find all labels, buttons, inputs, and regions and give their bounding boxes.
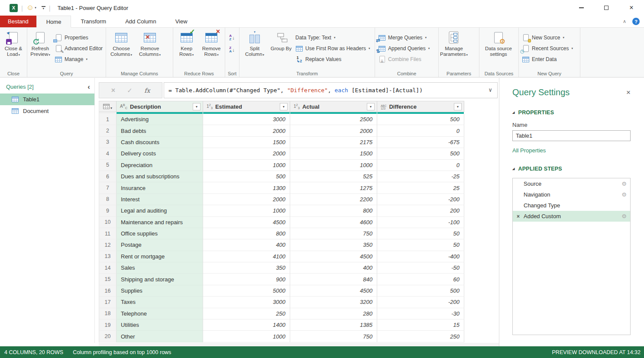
properties-button[interactable]: Properties bbox=[52, 32, 105, 43]
cell-description[interactable]: Bad debts bbox=[117, 125, 203, 136]
tab-bestand[interactable]: Bestand bbox=[0, 16, 36, 27]
cell-estimated[interactable]: 5000 bbox=[203, 285, 290, 297]
cell-description[interactable]: Sales bbox=[117, 262, 203, 274]
cell-actual[interactable]: 2000 bbox=[290, 125, 377, 136]
formula-cancel-icon[interactable]: × bbox=[111, 87, 115, 94]
row-number[interactable]: 6 bbox=[99, 171, 117, 182]
row-number[interactable]: 4 bbox=[99, 148, 117, 159]
cell-description[interactable]: Postage bbox=[117, 239, 203, 251]
close-panel-icon[interactable]: × bbox=[626, 88, 631, 97]
sort-ascending-button[interactable]: AZ ↓ bbox=[226, 32, 238, 43]
cell-estimated[interactable]: 1500 bbox=[203, 137, 290, 148]
cell-description[interactable]: Legal and auditing bbox=[117, 205, 203, 216]
cell-difference[interactable]: -50 bbox=[377, 262, 464, 274]
row-number[interactable]: 20 bbox=[99, 331, 117, 342]
cell-description[interactable]: Supplies bbox=[117, 285, 203, 297]
cell-description[interactable]: Utilities bbox=[117, 319, 203, 331]
row-number[interactable]: 13 bbox=[99, 251, 117, 262]
formula-check-icon[interactable]: ✓ bbox=[127, 87, 133, 94]
row-number[interactable]: 2 bbox=[99, 125, 117, 136]
filter-button-estimated[interactable]: ▼ bbox=[280, 103, 288, 110]
row-number[interactable]: 9 bbox=[99, 205, 117, 216]
cell-difference[interactable]: 250 bbox=[377, 331, 464, 342]
tab-view[interactable]: View bbox=[166, 16, 197, 27]
applied-step-added-custom[interactable]: ×Added Custom⚙ bbox=[513, 211, 630, 222]
status-profiling-info[interactable]: Column profiling based on top 1000 rows bbox=[73, 349, 171, 355]
cell-actual[interactable]: 1000 bbox=[290, 160, 377, 171]
recent-sources-button[interactable]: ◷ Recent Sources▾ bbox=[520, 43, 575, 54]
cell-estimated[interactable]: 2000 bbox=[203, 125, 290, 136]
cell-estimated[interactable]: 500 bbox=[203, 171, 290, 182]
row-number[interactable]: 15 bbox=[99, 274, 117, 285]
cell-description[interactable]: Depreciation bbox=[117, 160, 203, 171]
remove-columns-button[interactable]: × Remove Columns▾ bbox=[136, 29, 164, 58]
cell-difference[interactable]: -200 bbox=[377, 194, 464, 205]
cell-actual[interactable]: 750 bbox=[290, 228, 377, 239]
cell-estimated[interactable]: 900 bbox=[203, 274, 290, 285]
cell-description[interactable]: Office supplies bbox=[117, 228, 203, 239]
collapse-section-icon[interactable]: ◢ bbox=[512, 111, 515, 114]
cell-actual[interactable]: 4600 bbox=[290, 217, 377, 228]
cell-difference[interactable]: -25 bbox=[377, 171, 464, 182]
cell-estimated[interactable]: 800 bbox=[203, 228, 290, 239]
maximize-button[interactable] bbox=[594, 0, 619, 16]
advanced-editor-button[interactable]: ✎ Advanced Editor bbox=[52, 43, 105, 54]
enter-data-button[interactable]: Enter Data bbox=[520, 54, 575, 65]
row-number[interactable]: 8 bbox=[99, 194, 117, 205]
row-number[interactable]: 11 bbox=[99, 228, 117, 239]
cell-difference[interactable]: -675 bbox=[377, 137, 464, 148]
cell-actual[interactable]: 525 bbox=[290, 171, 377, 182]
horizontal-scrollbar[interactable] bbox=[99, 343, 499, 346]
row-number[interactable]: 1 bbox=[99, 114, 117, 125]
row-number[interactable]: 3 bbox=[99, 137, 117, 148]
row-number[interactable]: 16 bbox=[99, 285, 117, 297]
row-number[interactable]: 18 bbox=[99, 308, 117, 319]
row-number[interactable]: 10 bbox=[99, 217, 117, 228]
cell-description[interactable]: Taxes bbox=[117, 297, 203, 308]
column-header-description[interactable]: ABCDescription▼ bbox=[117, 101, 203, 112]
replace-values-button[interactable]: 1↳2 Replace Values bbox=[293, 54, 372, 65]
cell-description[interactable]: Shipping and storage bbox=[117, 274, 203, 285]
cell-actual[interactable]: 400 bbox=[290, 262, 377, 274]
tab-home[interactable]: Home bbox=[36, 16, 71, 28]
cell-actual[interactable]: 1500 bbox=[290, 148, 377, 159]
collapse-section-icon[interactable]: ◢ bbox=[512, 167, 515, 171]
cell-estimated[interactable]: 1300 bbox=[203, 182, 290, 194]
applied-step-navigation[interactable]: Navigation⚙ bbox=[513, 189, 630, 200]
gear-icon[interactable]: ⚙ bbox=[621, 181, 627, 187]
cell-actual[interactable]: 350 bbox=[290, 239, 377, 251]
cell-actual[interactable]: 3200 bbox=[290, 297, 377, 308]
cell-actual[interactable]: 840 bbox=[290, 274, 377, 285]
tab-transform[interactable]: Transform bbox=[71, 16, 116, 27]
formula-expand-chevron-icon[interactable]: ∨ bbox=[489, 87, 492, 93]
cell-estimated[interactable]: 1000 bbox=[203, 205, 290, 216]
cell-description[interactable]: Cash discounts bbox=[117, 137, 203, 148]
cell-estimated[interactable]: 400 bbox=[203, 239, 290, 251]
cell-actual[interactable]: 750 bbox=[290, 331, 377, 342]
cell-difference[interactable]: 50 bbox=[377, 228, 464, 239]
cell-description[interactable]: Other bbox=[117, 331, 203, 342]
cell-difference[interactable]: -100 bbox=[377, 217, 464, 228]
chevron-down-icon[interactable]: ▾ bbox=[35, 6, 36, 10]
manage-parameters-button[interactable]: Manage Parameters▾ bbox=[440, 29, 468, 58]
data-type-button[interactable]: Data Type: Text▾ bbox=[293, 32, 372, 43]
keep-rows-button[interactable]: ✓ Keep Rows▾ bbox=[175, 29, 198, 58]
cell-actual[interactable]: 4500 bbox=[290, 285, 377, 297]
group-by-button[interactable]: Group By bbox=[269, 29, 293, 52]
append-queries-button[interactable]: ⇅ Append Queries▾ bbox=[376, 43, 432, 54]
gear-icon[interactable]: ⚙ bbox=[621, 191, 627, 198]
cell-actual[interactable]: 1275 bbox=[290, 182, 377, 194]
split-column-button[interactable]: ▾ Split Column▾ bbox=[241, 29, 269, 58]
smiley-icon[interactable]: ☺ bbox=[26, 3, 34, 12]
cell-difference[interactable]: 500 bbox=[377, 148, 464, 159]
cell-description[interactable]: Delivery costs bbox=[117, 148, 203, 159]
cell-description[interactable]: Maintenance and repairs bbox=[117, 217, 203, 228]
row-number[interactable]: 7 bbox=[99, 182, 117, 194]
cell-description[interactable]: Advertising bbox=[117, 114, 203, 125]
cell-actual[interactable]: 800 bbox=[290, 205, 377, 216]
cell-estimated[interactable]: 1400 bbox=[203, 319, 290, 331]
filter-button-difference[interactable]: ▼ bbox=[454, 103, 462, 110]
applied-step-source[interactable]: Source⚙ bbox=[513, 178, 630, 189]
filter-button-actual[interactable]: ▼ bbox=[367, 103, 375, 110]
column-header-estimated[interactable]: 123Estimated▼ bbox=[203, 101, 290, 112]
